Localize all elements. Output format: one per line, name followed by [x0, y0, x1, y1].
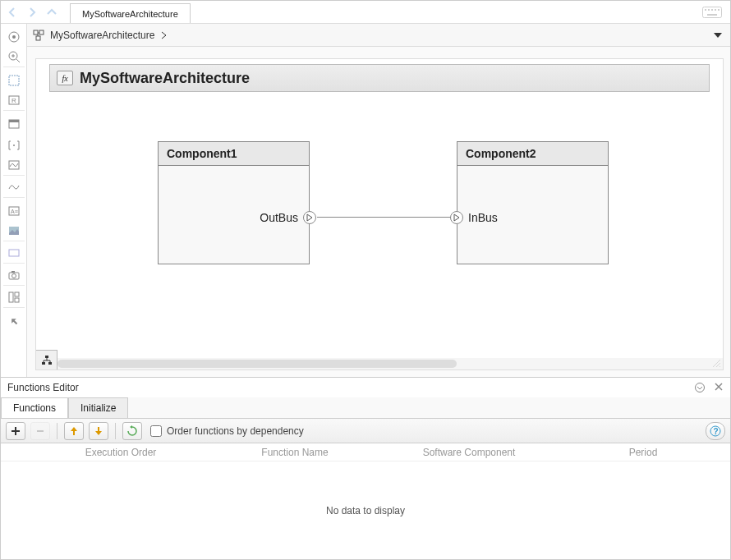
wave-box-icon[interactable] — [3, 158, 25, 176]
breadcrumb-bar: MySoftwareArchitecture — [27, 24, 730, 47]
toolbar-divider — [115, 423, 116, 439]
fx-icon: fx — [57, 71, 73, 85]
svg-line-42 — [713, 360, 720, 367]
document-tab[interactable]: MySoftwareArchitecture — [70, 3, 191, 23]
layout-icon[interactable] — [3, 291, 25, 308]
svg-rect-5 — [718, 9, 720, 11]
top-toolbar: MySoftwareArchitecture — [1, 1, 730, 24]
camera-icon[interactable] — [3, 269, 25, 286]
svg-point-45 — [696, 383, 705, 392]
empty-table-message: No data to display — [1, 461, 730, 559]
order-by-dependency-checkbox[interactable] — [150, 425, 162, 437]
svg-rect-36 — [42, 362, 45, 365]
left-tool-palette: R A≡ — [1, 24, 27, 377]
port-triangle-icon — [450, 211, 463, 224]
text-box-icon[interactable]: A≡ — [6, 203, 22, 219]
functions-editor-panel: Functions Editor Functions Initialize Or… — [1, 377, 730, 559]
order-by-dependency-option[interactable]: Order functions by dependency — [150, 425, 304, 437]
tab-functions[interactable]: Functions — [1, 397, 68, 418]
svg-text:A≡: A≡ — [11, 209, 18, 214]
fit-view-icon[interactable] — [6, 72, 22, 89]
horizontal-scrollbar[interactable] — [57, 358, 723, 370]
add-button[interactable] — [6, 422, 25, 440]
functions-panel-header: Functions Editor — [1, 378, 730, 397]
main-row: R A≡ MySoftwareArchitecture — [1, 24, 730, 377]
svg-point-18 — [13, 145, 15, 146]
svg-rect-27 — [9, 292, 13, 302]
component-1-header: Component1 — [159, 142, 309, 166]
diagram-title: MySoftwareArchitecture — [80, 70, 250, 87]
breadcrumb-menu-icon[interactable] — [710, 32, 725, 39]
signal-wire[interactable] — [317, 217, 451, 218]
update-button[interactable] — [122, 422, 142, 440]
svg-rect-6 — [707, 14, 717, 16]
svg-rect-29 — [15, 298, 19, 302]
breadcrumb-item[interactable]: MySoftwareArchitecture — [50, 30, 154, 41]
svg-point-8 — [12, 35, 16, 39]
order-by-dependency-label: Order functions by dependency — [167, 425, 304, 437]
col-period[interactable]: Period — [556, 443, 730, 461]
port-triangle-icon — [303, 211, 316, 224]
rect-icon[interactable] — [3, 246, 25, 264]
panel-icon[interactable] — [6, 116, 22, 132]
help-button[interactable]: ? — [706, 422, 725, 440]
svg-rect-1 — [705, 9, 706, 11]
model-icon[interactable] — [32, 29, 45, 42]
zoom-in-icon[interactable] — [3, 50, 25, 67]
toolbar-divider — [57, 423, 57, 439]
close-panel-icon[interactable] — [714, 382, 724, 393]
resize-grip-icon — [711, 358, 721, 368]
svg-text:R: R — [11, 97, 16, 104]
expand-icon[interactable] — [6, 313, 22, 329]
breadcrumb-chevron-icon[interactable] — [161, 31, 168, 39]
nav-back-icon[interactable] — [4, 4, 21, 21]
svg-rect-4 — [715, 9, 716, 11]
svg-rect-23 — [9, 250, 19, 256]
row-selector-col — [1, 443, 34, 461]
out-port-label: OutBus — [260, 211, 298, 224]
canvas-area[interactable]: fx MySoftwareArchitecture Component1 Out… — [27, 47, 730, 377]
component-block-2[interactable]: Component2 InBus — [457, 141, 609, 264]
functions-panel-title: Functions Editor — [7, 382, 79, 393]
svg-line-10 — [16, 59, 20, 62]
svg-rect-3 — [711, 9, 713, 11]
svg-rect-31 — [39, 30, 44, 34]
document-tab-label: MySoftwareArchitecture — [82, 9, 178, 19]
box-r-icon[interactable]: R — [3, 94, 25, 111]
brackets-icon[interactable] — [6, 137, 22, 154]
col-function-name[interactable]: Function Name — [208, 443, 382, 461]
tab-initialize[interactable]: Initialize — [68, 397, 128, 418]
target-icon[interactable] — [6, 29, 22, 45]
functions-tabs: Functions Initialize — [1, 397, 730, 419]
out-port[interactable]: OutBus — [260, 211, 316, 224]
svg-point-25 — [11, 274, 16, 278]
minimize-panel-icon[interactable] — [694, 382, 706, 393]
move-down-button[interactable] — [89, 422, 108, 440]
in-port-label: InBus — [468, 211, 498, 224]
svg-rect-30 — [34, 30, 38, 34]
svg-rect-13 — [9, 76, 19, 85]
svg-rect-32 — [36, 36, 40, 40]
col-software-component[interactable]: Software Component — [382, 443, 556, 461]
wave-icon[interactable] — [3, 181, 25, 198]
functions-toolbar: Order functions by dependency ? — [1, 419, 730, 443]
keyboard-icon[interactable] — [697, 7, 727, 18]
component-2-header: Component2 — [457, 142, 608, 166]
remove-button — [30, 422, 50, 440]
move-up-button[interactable] — [64, 422, 84, 440]
nav-forward-icon[interactable] — [24, 4, 40, 21]
svg-rect-17 — [9, 120, 19, 122]
svg-rect-37 — [48, 362, 52, 365]
diagram-title-bar: fx MySoftwareArchitecture — [49, 64, 710, 92]
nav-up-icon[interactable] — [44, 4, 60, 21]
col-execution-order[interactable]: Execution Order — [34, 443, 208, 461]
svg-text:?: ? — [714, 427, 719, 436]
component-block-1[interactable]: Component1 OutBus — [158, 141, 310, 264]
image-icon[interactable] — [3, 224, 25, 241]
canvas-column: MySoftwareArchitecture fx MySoftwareArch… — [27, 24, 730, 377]
hierarchy-tab-icon[interactable] — [36, 350, 57, 370]
svg-rect-0 — [703, 7, 722, 17]
svg-rect-35 — [45, 356, 48, 358]
functions-table-header: Execution Order Function Name Software C… — [1, 443, 730, 461]
in-port[interactable]: InBus — [450, 211, 498, 224]
